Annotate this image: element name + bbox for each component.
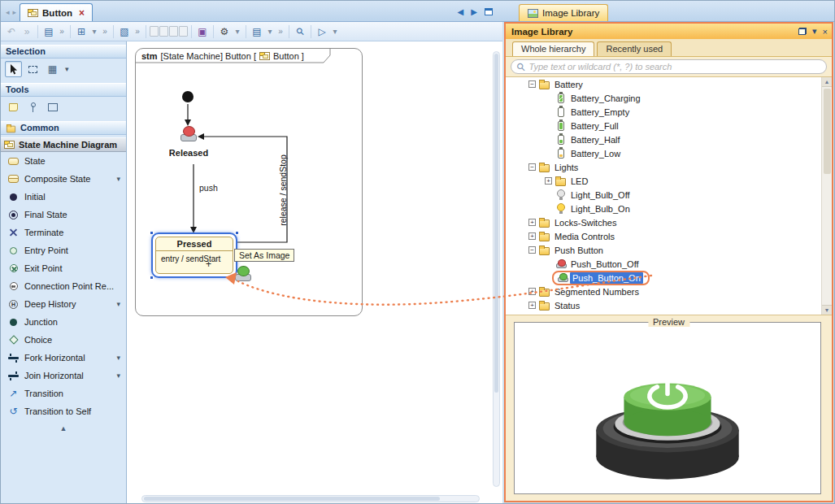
marquee-selection-button[interactable] <box>24 61 41 77</box>
palette-section-selection[interactable]: Selection <box>1 45 126 59</box>
palette-item-deep-history[interactable]: Deep History▾ <box>1 295 126 313</box>
palette-item-exit-point[interactable]: Exit Point <box>1 259 126 277</box>
related-elements-icon[interactable]: ▧ <box>117 24 132 39</box>
diagram-hierarchy-icon[interactable]: ⊞ <box>74 24 89 39</box>
toolbar-overflow-icon[interactable]: » <box>276 24 285 39</box>
close-tab-icon[interactable]: × <box>79 7 85 19</box>
tree-item-light-bulb-on[interactable]: Light_Bulb_On <box>506 202 832 215</box>
tab-button-diagram[interactable]: Button × <box>20 3 93 21</box>
swimlane-tool-button[interactable] <box>44 99 61 115</box>
diagram-windows-icon[interactable] <box>485 8 493 15</box>
float-window-icon[interactable] <box>798 28 807 35</box>
search-input[interactable] <box>529 62 820 72</box>
tree-item-push-button-off[interactable]: Push_Button_Off <box>506 257 832 271</box>
transition-label-push[interactable]: push <box>199 183 218 193</box>
palette-item-final-state[interactable]: Final State <box>1 206 126 224</box>
palette-item-choice[interactable]: Choice <box>1 331 126 349</box>
paste-icon[interactable] <box>159 26 168 37</box>
copy-icon[interactable] <box>150 26 159 37</box>
palette-section-common[interactable]: Common <box>1 121 126 135</box>
note-tool-button[interactable] <box>5 99 22 115</box>
tab-scroll-right-icon[interactable]: ▸ <box>11 8 19 21</box>
pressed-state-node[interactable]: Pressed entry / sendStart <box>155 237 233 274</box>
tree-scrollbar[interactable]: ▲ ▼ <box>821 77 832 315</box>
tree-item-light-bulb-off[interactable]: Light_Bulb_Off <box>506 188 832 202</box>
dropdown-caret-icon[interactable]: ▾ <box>116 371 126 380</box>
select-cursor-button[interactable] <box>5 61 22 77</box>
expand-icon[interactable]: + <box>528 288 536 295</box>
dropdown-caret-icon[interactable]: ▾ <box>89 24 99 39</box>
clipboard-icon[interactable] <box>169 26 178 37</box>
palette-item-fork-horizontal[interactable]: Fork Horizontal▾ <box>1 349 126 367</box>
palette-item-composite-state[interactable]: Composite State▾ <box>1 170 126 188</box>
palette-section-state-machine-diagram[interactable]: State Machine Diagram <box>1 137 126 152</box>
dropdown-caret-icon[interactable]: ▾ <box>116 354 126 362</box>
expand-icon[interactable]: + <box>528 232 536 240</box>
tree-item-led[interactable]: +LED <box>506 174 832 188</box>
collapse-icon[interactable]: − <box>528 163 536 171</box>
tab-scroll-left-icon[interactable]: ◂ <box>4 8 11 21</box>
close-window-icon[interactable]: × <box>823 27 828 37</box>
palette-item-join-horizontal[interactable]: Join Horizontal▾ <box>1 367 126 385</box>
initial-state-node[interactable] <box>182 91 194 102</box>
vertical-scrollbar[interactable] <box>493 51 500 487</box>
collapse-icon[interactable]: − <box>528 80 536 88</box>
selection-handle[interactable] <box>150 276 154 280</box>
toolbar-overflow-icon[interactable]: » <box>20 24 34 39</box>
tree-item-battery-full[interactable]: Battery_Full <box>506 119 832 133</box>
previous-diagram-icon[interactable]: ◀ <box>458 7 464 16</box>
tab-recently-used[interactable]: Recently used <box>597 41 672 56</box>
diagram-canvas[interactable]: stm [State Machine] Button [ Button ] Re… <box>127 41 502 504</box>
toolbar-overflow-icon[interactable]: » <box>100 24 110 39</box>
tree-scrollbar-thumb[interactable] <box>824 89 831 174</box>
search-icon[interactable]: ⚲ <box>289 20 311 41</box>
horizontal-scrollbar[interactable] <box>141 495 480 502</box>
tree-item-media-controls[interactable]: +Media Controls <box>506 229 832 243</box>
tree-item-battery[interactable]: −Battery <box>506 77 832 91</box>
released-state-image[interactable] <box>179 126 197 141</box>
expand-icon[interactable]: + <box>545 177 552 185</box>
scroll-down-icon[interactable]: ▼ <box>822 305 832 315</box>
dropdown-caret-icon[interactable]: ▾ <box>265 24 275 39</box>
anchor-tool-button[interactable] <box>24 99 41 115</box>
scroll-up-icon[interactable]: ▲ <box>822 77 832 87</box>
expand-icon[interactable]: + <box>528 302 536 309</box>
palette-item-transition-to-self[interactable]: ↺Transition to Self <box>1 402 126 420</box>
horizontal-scrollbar-thumb[interactable] <box>144 497 440 501</box>
tree-item-battery-empty[interactable]: Battery_Empty <box>506 105 832 119</box>
selection-handle[interactable] <box>150 231 154 235</box>
tree-item-battery-half[interactable]: Battery_Half <box>506 133 832 146</box>
vertical-scrollbar-thumb[interactable] <box>494 54 498 393</box>
tree-item-status[interactable]: +Status <box>506 298 832 312</box>
tree-item-battery-charging[interactable]: Battery_Charging <box>506 91 832 105</box>
palette-item-initial[interactable]: Initial <box>1 188 126 206</box>
expand-icon[interactable]: + <box>528 219 536 226</box>
palette-item-connection-point-re[interactable]: Connection Point Re... <box>1 277 126 295</box>
new-diagram-icon[interactable]: ▣ <box>195 24 210 39</box>
palette-item-state[interactable]: State <box>1 152 126 170</box>
delete-icon[interactable] <box>179 26 188 37</box>
selection-filter-button[interactable]: ▦ <box>44 61 61 77</box>
pressed-state-selection[interactable]: Pressed entry / sendStart <box>151 232 237 278</box>
palette-item-terminate[interactable]: Terminate <box>1 224 126 241</box>
dropdown-caret-icon[interactable]: ▾ <box>116 300 126 308</box>
dragged-push-button-on-image[interactable] <box>233 266 251 281</box>
palette-item-entry-point[interactable]: Entry Point <box>1 241 126 259</box>
containment-tree-icon[interactable]: ▤ <box>41 24 56 39</box>
released-state-label[interactable]: Released <box>156 148 221 158</box>
tree-item-lights[interactable]: −Lights <box>506 160 832 174</box>
tree-item-battery-low[interactable]: Battery_Low <box>506 146 832 160</box>
minimize-window-icon[interactable]: ▾ <box>812 26 817 37</box>
toolbar-overflow-icon[interactable]: » <box>133 24 142 39</box>
tree-item-segmented-numbers[interactable]: +Segmented Numbers <box>506 285 832 298</box>
tab-image-library[interactable]: Image Library <box>519 4 608 21</box>
tab-whole-hierarchy[interactable]: Whole hierarchy <box>512 41 594 56</box>
palette-section-tools[interactable]: Tools <box>1 83 126 97</box>
grid-view-icon[interactable]: ▤ <box>250 24 264 39</box>
dropdown-caret-icon[interactable]: ▾ <box>233 24 242 39</box>
run-icon[interactable]: ▷ <box>315 24 329 39</box>
tree-item-locks-switches[interactable]: +Locks-Switches <box>506 215 832 229</box>
dropdown-caret-icon[interactable]: ▾ <box>330 24 340 39</box>
dropdown-caret-icon[interactable]: ▾ <box>63 65 71 73</box>
tree-item-push-button-on[interactable]: Push_Button_On <box>506 271 832 285</box>
